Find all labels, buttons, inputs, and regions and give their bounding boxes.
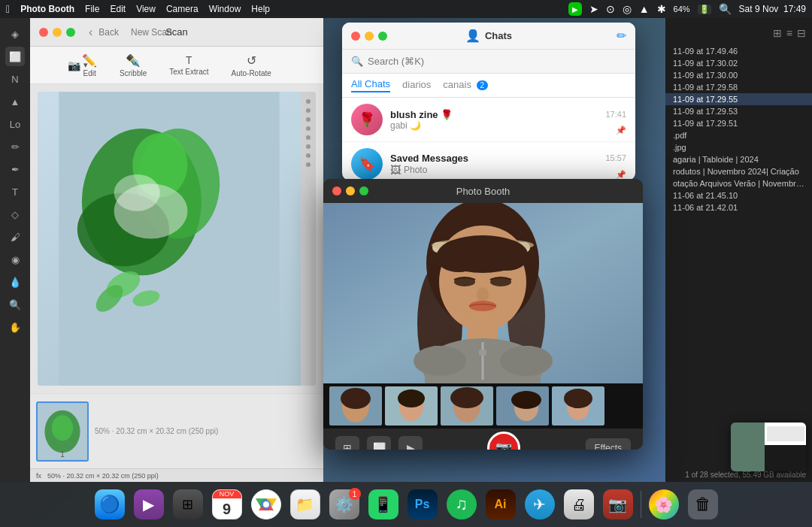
dock-item-photoshop[interactable]: Ps [406,488,439,521]
dock-item-photobooth[interactable]: 📷 [601,488,635,521]
telegram-close[interactable] [351,32,360,41]
dock-item-photos[interactable]: 🌸 [647,488,680,521]
back-button[interactable]: ‹ [89,26,92,39]
airdrop-icon[interactable]: ◎ [623,3,632,15]
sidebar-icon-brush[interactable]: 🖌 [5,227,25,247]
do-not-disturb-icon[interactable]: ⊙ [606,3,615,15]
scan-status-bar: fx 50% · 20.32 cm × 20.32 cm (250 ppi) [30,468,323,482]
pb-thumb-5[interactable] [552,386,604,426]
menu-edit[interactable]: Edit [110,4,126,14]
sidebar-icon-3[interactable]: N [5,69,25,89]
tab-diarios[interactable]: diarios [402,79,431,92]
sidebar-icon-hand[interactable]: ✋ [5,317,25,337]
menu-view[interactable]: View [136,4,156,14]
dock-item-illustrator[interactable]: Ai [484,488,517,521]
chat-item-saved[interactable]: 🔖 Saved Messages 15:57 🖼 Photo 📌 [342,142,635,180]
dock-item-whatsapp[interactable]: 📱 [367,488,400,521]
minimize-button[interactable] [53,28,62,37]
tab-all-chats[interactable]: All Chats [351,78,390,92]
traffic-lights [39,28,75,37]
sidebar-icon-pencil[interactable]: ✒ [5,159,25,179]
sidebar-icon-2[interactable]: ⬜ [5,47,25,66]
dock-item-telegram[interactable]: ✈ [523,488,556,521]
screen-record-icon[interactable]: ➤ [589,3,598,15]
back-label[interactable]: Back [98,27,119,38]
dock-item-finder[interactable]: 🔵 [93,488,126,521]
apple-menu[interactable]:  [6,3,10,15]
dock-item-files[interactable]: 📁 [289,488,322,521]
pb-thumb-1[interactable] [329,386,382,426]
dock-item-trash[interactable]: 🗑 [686,488,720,521]
scan-tool-auto-rotate[interactable]: ↺ Auto-Rotate [232,53,271,77]
sidebar-icon-5[interactable]: Lo [5,114,25,134]
pb-thumb-3[interactable] [441,386,493,426]
dock-item-appletv[interactable]: ▶ [132,488,165,521]
column-view-icon[interactable]: ⊟ [797,27,806,39]
sidebar-icon-shape[interactable]: ◇ [5,204,25,224]
maximize-button[interactable] [66,28,75,37]
right-item-10[interactable]: rodutos | Novembro 2024| Criação [665,165,812,177]
dock-item-sysprefs[interactable]: ⚙️ 1 [328,488,361,521]
right-item-0[interactable]: 11-09 at 17.49.46 [665,45,812,57]
right-item-7[interactable]: .pdf [665,129,812,141]
sidebar-icon-4[interactable]: ▲ [5,92,25,111]
scan-window: ‹ Back New Scan Scan 📷 ▾ ✏️ Edit ✒️ Scri… [30,18,323,482]
scan-thumbnail[interactable]: 1 [36,401,89,462]
pb-video-btn[interactable]: ▶ [398,436,423,450]
telegram-minimize[interactable] [365,32,374,41]
chat-name-blush: blush zine 🌹 [390,109,453,120]
pb-thumb-2[interactable] [385,386,438,426]
right-item-2[interactable]: 11-09 at 17.30.00 [665,69,812,81]
camera-select[interactable]: 📷 ▾ [68,59,88,71]
menu-file[interactable]: File [85,4,99,14]
dock-item-printer[interactable]: 🖨 [562,488,595,521]
menu-help[interactable]: Help [251,4,270,14]
search-icon[interactable]: 🔍 [719,3,732,15]
dock-item-chrome[interactable] [250,488,283,521]
dock-item-calendar[interactable]: NOV 9 [211,488,244,521]
sidebar-icon-1[interactable]: ◈ [5,24,25,44]
bluetooth-icon[interactable]: ✱ [657,3,666,15]
sidebar-icon-zoom[interactable]: 🔍 [5,295,25,314]
photobooth-close[interactable] [332,186,341,195]
pb-photo-btn[interactable]: ⬜ [367,436,391,450]
sidebar-icon-pen[interactable]: ✏ [5,137,25,156]
chat-item-blush[interactable]: 🌹 blush zine 🌹 17:41 gabi 🌙 📌 [342,98,635,142]
right-item-6[interactable]: 11-09 at 17.29.51 [665,117,812,129]
app-name[interactable]: Photo Booth [20,4,74,14]
right-item-1[interactable]: 11-09 at 17.30.02 [665,57,812,69]
grid-view-icon[interactable]: ⊞ [773,27,782,39]
menu-camera[interactable]: Camera [166,4,198,14]
right-item-3[interactable]: 11-09 at 17.29.58 [665,81,812,93]
sidebar-icon-t[interactable]: T [5,182,25,201]
right-item-5[interactable]: 11-09 at 17.29.53 [665,105,812,117]
sidebar-icon-eyedrop[interactable]: 💧 [5,272,25,292]
chat-avatar-saved: 🔖 [351,148,383,180]
right-item-4[interactable]: 11-09 at 17.29.55 [665,93,812,105]
scan-tool-scribble[interactable]: ✒️ Scribble [120,53,147,77]
right-item-11[interactable]: otação Arquivos Verão | Novembro 2024 | [665,177,812,189]
dock-item-spotify[interactable]: ♫ [445,488,478,521]
pb-thumb-4[interactable] [496,386,549,426]
right-item-12[interactable]: 11-06 at 21.45.10 [665,189,812,201]
photobooth-maximize[interactable] [359,186,368,195]
right-item-8[interactable]: .jpg [665,141,812,153]
telegram-maximize[interactable] [378,32,387,41]
right-item-13[interactable]: 11-06 at 21.42.01 [665,201,812,214]
dock-item-launchpad[interactable]: ⊞ [171,488,205,521]
search-input[interactable] [368,56,626,67]
pb-effects-button[interactable]: Effects [586,438,631,450]
tab-canais[interactable]: canais 2 [443,79,488,92]
compose-button[interactable]: ✏ [617,29,626,43]
pb-grid-btn[interactable]: ⊞ [335,436,359,450]
close-button[interactable] [39,28,48,37]
list-view-icon[interactable]: ≡ [786,27,792,39]
pb-capture-button[interactable]: 📷 [487,432,520,450]
photobooth-minimize[interactable] [346,186,355,195]
wifi-icon[interactable]: ▲ [639,3,650,15]
menu-window[interactable]: Window [209,4,241,14]
photos-icon: 🌸 [649,489,679,519]
right-item-9[interactable]: agaria | Tabloide | 2024 [665,153,812,165]
scan-tool-text-extract[interactable]: T Text Extract [169,54,208,76]
sidebar-icon-fill[interactable]: ◉ [5,250,25,269]
